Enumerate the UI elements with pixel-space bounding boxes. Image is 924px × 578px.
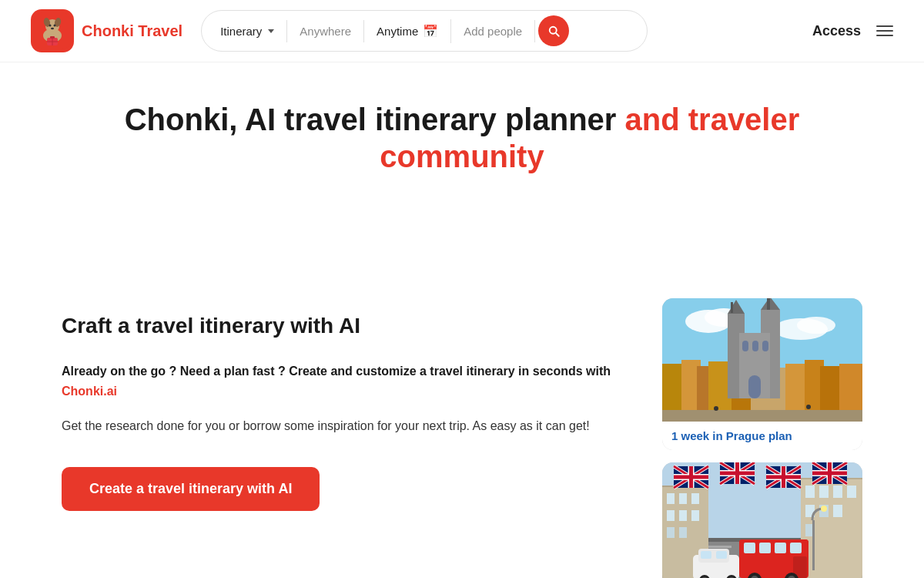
logo-svg <box>34 12 71 49</box>
chonki-ai-link[interactable]: Chonki.ai <box>62 385 117 398</box>
svg-rect-35 <box>752 341 758 351</box>
chevron-down-icon <box>268 29 274 33</box>
left-column: Craft a travel itinerary with AI Already… <box>62 298 631 578</box>
svg-rect-54 <box>667 527 675 538</box>
hamburger-line-3 <box>876 35 893 36</box>
svg-rect-58 <box>805 486 815 498</box>
svg-rect-29 <box>731 302 733 313</box>
svg-rect-52 <box>679 510 687 521</box>
svg-rect-37 <box>748 375 761 398</box>
svg-rect-59 <box>819 486 829 498</box>
svg-rect-121 <box>812 520 815 570</box>
svg-rect-60 <box>833 486 842 498</box>
hamburger-menu-icon[interactable] <box>876 25 893 36</box>
svg-rect-50 <box>691 493 699 504</box>
london-image-svg <box>662 462 862 578</box>
create-itinerary-button[interactable]: Create a travel itinerary with AI <box>62 467 320 511</box>
calendar-icon: 📅 <box>423 24 438 39</box>
svg-rect-107 <box>790 543 802 553</box>
svg-point-6 <box>54 25 56 27</box>
hamburger-line-2 <box>876 30 893 32</box>
destination-placeholder: Anywhere <box>300 25 351 38</box>
prague-image <box>662 298 862 422</box>
logo-icon <box>31 9 74 52</box>
logo-link[interactable]: Chonki Travel <box>31 9 182 52</box>
svg-rect-116 <box>716 551 727 559</box>
search-time-segment[interactable]: Anytime 📅 <box>364 19 451 43</box>
svg-rect-55 <box>679 527 687 538</box>
search-destination-segment[interactable]: Anywhere <box>287 20 364 42</box>
svg-rect-48 <box>667 493 675 504</box>
access-link[interactable]: Access <box>812 23 861 39</box>
search-icon <box>547 24 561 38</box>
nav-right: Access <box>812 23 893 39</box>
prague-image-svg <box>662 298 862 422</box>
hamburger-line-1 <box>876 25 893 27</box>
search-bar: Itinerary Anywhere Anytime 📅 Add people <box>201 10 648 52</box>
svg-rect-38 <box>662 410 862 422</box>
main-content: Craft a travel itinerary with AI Already… <box>0 298 924 578</box>
logo-text: Chonki Travel <box>82 22 182 40</box>
svg-rect-115 <box>701 551 711 559</box>
svg-rect-104 <box>744 543 755 553</box>
svg-point-16 <box>797 317 835 334</box>
svg-rect-49 <box>679 493 687 504</box>
svg-rect-53 <box>691 510 699 521</box>
svg-rect-36 <box>762 341 768 351</box>
svg-rect-64 <box>833 505 842 517</box>
london-card[interactable] <box>662 462 862 578</box>
section-title: Craft a travel itinerary with AI <box>62 314 631 338</box>
navbar: Chonki Travel Itinerary Anywhere Anytime… <box>0 0 924 62</box>
svg-rect-106 <box>775 543 786 553</box>
bold-text-1: Already on the go ? Need a plan fast ? <box>62 365 286 378</box>
london-image <box>662 462 862 578</box>
description-bold: Already on the go ? Need a plan fast ? C… <box>62 361 631 401</box>
svg-point-122 <box>821 506 827 512</box>
time-label: Anytime <box>377 25 418 38</box>
svg-point-39 <box>714 406 718 411</box>
hero-title-part1: Chonki, AI travel itinerary planner <box>125 102 625 136</box>
search-people-segment[interactable]: Add people <box>451 20 535 42</box>
desc-text-2: Create and customize a travel itinerary … <box>289 365 611 378</box>
description-normal: Get the research done for you or borrow … <box>62 416 631 436</box>
svg-point-5 <box>49 25 52 27</box>
right-column: 1 week in Prague plan <box>662 298 862 578</box>
svg-rect-61 <box>847 486 856 498</box>
page-title: Chonki, AI travel itinerary planner and … <box>31 101 893 175</box>
svg-point-40 <box>806 405 811 409</box>
svg-rect-51 <box>667 510 675 521</box>
people-placeholder: Add people <box>464 25 522 38</box>
search-type-segment[interactable]: Itinerary <box>208 20 287 42</box>
svg-rect-34 <box>742 341 748 351</box>
svg-point-7 <box>51 28 54 29</box>
svg-rect-32 <box>767 298 770 310</box>
search-type-label: Itinerary <box>220 25 262 38</box>
prague-card[interactable]: 1 week in Prague plan <box>662 298 862 450</box>
search-button[interactable] <box>538 15 569 46</box>
svg-rect-105 <box>759 543 771 553</box>
hero-section: Chonki, AI travel itinerary planner and … <box>0 62 924 175</box>
svg-rect-45 <box>708 546 732 548</box>
prague-card-caption: 1 week in Prague plan <box>662 422 862 450</box>
